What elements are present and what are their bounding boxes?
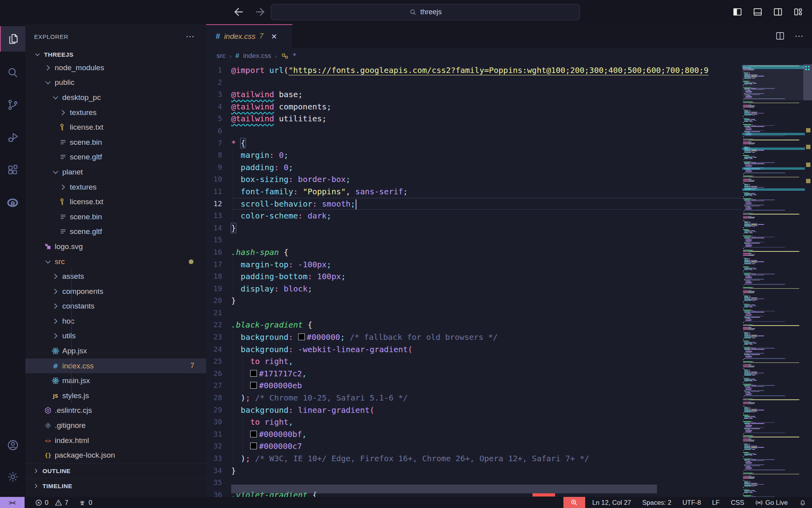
customize-layout-icon[interactable] bbox=[793, 7, 803, 17]
tree-item--gitignore[interactable]: .gitignore bbox=[25, 418, 206, 433]
code-line-32[interactable]: #000000c7 bbox=[231, 440, 742, 452]
tree-item-textures[interactable]: textures bbox=[25, 105, 206, 120]
nav-forward-icon[interactable] bbox=[254, 6, 266, 18]
code-line-28[interactable]: ); /* Chrome 10-25, Safari 5.1-6 */ bbox=[231, 392, 742, 404]
color-swatch[interactable] bbox=[250, 382, 257, 389]
tree-item-app-jsx[interactable]: App.jsx bbox=[25, 343, 206, 358]
toggle-primary-sidebar-icon[interactable] bbox=[732, 7, 743, 17]
code-editor[interactable]: 1234567891011121314151617181920212223242… bbox=[206, 64, 742, 497]
code-line-1[interactable]: @import url("https://fonts.googleapis.co… bbox=[231, 64, 742, 77]
tree-item-assets[interactable]: assets bbox=[25, 269, 206, 284]
code-line-21[interactable] bbox=[231, 307, 742, 319]
code-line-18[interactable]: padding-bottom: 100px; bbox=[231, 270, 742, 283]
tree-item-hoc[interactable]: hoc bbox=[25, 314, 206, 329]
tree-item-styles-js[interactable]: JSstyles.js bbox=[25, 388, 206, 403]
settings-gear-icon[interactable] bbox=[0, 464, 25, 489]
tree-item-license-txt[interactable]: license.txt bbox=[25, 120, 206, 135]
tree-item-scene-bin[interactable]: scene.bin bbox=[25, 135, 206, 150]
tree-item-public[interactable]: public bbox=[25, 75, 206, 90]
zoom-indicator[interactable] bbox=[563, 497, 585, 508]
tree-item-license-txt[interactable]: license.txt bbox=[25, 194, 206, 209]
workspace-header[interactable]: THREEJS bbox=[25, 49, 206, 60]
split-editor-icon[interactable] bbox=[775, 31, 785, 41]
horizontal-scrollbar[interactable] bbox=[231, 485, 657, 493]
tree-item-desktop-pc[interactable]: desktop_pc bbox=[25, 90, 206, 105]
code-line-19[interactable]: display: block; bbox=[231, 283, 742, 295]
go-live-button[interactable]: Go Live bbox=[755, 499, 788, 506]
minimap-slider[interactable] bbox=[742, 64, 812, 100]
color-swatch[interactable] bbox=[250, 370, 257, 377]
vertical-scrollbar[interactable] bbox=[803, 64, 812, 100]
code-line-20[interactable]: } bbox=[231, 295, 742, 307]
command-center-search[interactable]: threejs bbox=[271, 4, 580, 20]
account-icon[interactable] bbox=[0, 432, 25, 458]
editor-more-actions-icon[interactable]: ⋯ bbox=[795, 31, 804, 41]
code-line-14[interactable]: } bbox=[231, 222, 742, 234]
source-control-icon[interactable] bbox=[0, 92, 25, 117]
toggle-secondary-sidebar-icon[interactable] bbox=[773, 7, 783, 17]
problems-status[interactable]: 0 7 bbox=[35, 499, 68, 506]
code-line-2[interactable] bbox=[231, 77, 742, 89]
tree-item-package-lock-json[interactable]: {}package-lock.json bbox=[25, 448, 206, 463]
explorer-files-icon[interactable] bbox=[0, 26, 25, 52]
color-swatch[interactable] bbox=[250, 443, 257, 449]
cursor-position[interactable]: Ln 12, Col 27 bbox=[592, 499, 631, 506]
code-line-24[interactable]: background: -webkit-linear-gradient( bbox=[231, 343, 742, 356]
remote-indicator[interactable]: >< bbox=[0, 497, 25, 508]
search-view-icon[interactable] bbox=[0, 60, 25, 85]
tree-item-main-jsx[interactable]: main.jsx bbox=[25, 373, 206, 388]
nav-back-icon[interactable] bbox=[232, 6, 245, 18]
code-line-31[interactable]: #000000bf, bbox=[231, 428, 742, 441]
tree-item-components[interactable]: components bbox=[25, 284, 206, 299]
code-line-15[interactable] bbox=[231, 234, 742, 246]
code-line-12[interactable]: scroll-behavior: smooth; bbox=[231, 198, 742, 210]
tree-item-scene-gltf[interactable]: scene.gltf bbox=[25, 150, 206, 165]
code-line-27[interactable]: #000000eb bbox=[231, 380, 742, 392]
code-line-7[interactable]: * { bbox=[231, 137, 742, 150]
extensions-icon[interactable] bbox=[0, 157, 25, 182]
timeline-panel-header[interactable]: TIMELINE bbox=[25, 478, 206, 493]
code-line-23[interactable]: background: #000000; /* fallback for old… bbox=[231, 331, 742, 343]
code-line-26[interactable]: #171717c2, bbox=[231, 368, 742, 380]
code-line-4[interactable]: @tailwind components; bbox=[231, 101, 742, 113]
tree-item-scene-gltf[interactable]: scene.gltf bbox=[25, 224, 206, 240]
code-line-29[interactable]: background: linear-gradient( bbox=[231, 404, 742, 416]
code-line-34[interactable]: } bbox=[231, 465, 742, 477]
tree-item-scene-bin[interactable]: scene.bin bbox=[25, 209, 206, 224]
tree-item-planet[interactable]: planet bbox=[25, 165, 206, 180]
code-line-30[interactable]: to right, bbox=[231, 416, 742, 428]
color-swatch[interactable] bbox=[298, 334, 305, 340]
code-line-10[interactable]: box-sizing: border-box; bbox=[231, 173, 742, 186]
code-line-8[interactable]: margin: 0; bbox=[231, 149, 742, 161]
code-line-5[interactable]: @tailwind utilities; bbox=[231, 113, 742, 125]
breadcrumb-folder[interactable]: src bbox=[216, 52, 226, 60]
color-swatch[interactable] bbox=[250, 431, 257, 437]
code-line-6[interactable] bbox=[231, 125, 742, 137]
tab-close-icon[interactable]: × bbox=[271, 32, 277, 41]
toggle-panel-icon[interactable] bbox=[753, 7, 763, 17]
tree-item--eslintrc-cjs[interactable]: .eslintrc.cjs bbox=[25, 403, 206, 418]
outline-panel-header[interactable]: OUTLINE bbox=[25, 463, 206, 478]
tree-item-index-html[interactable]: <>index.html bbox=[25, 433, 206, 448]
code-line-33[interactable]: ); /* W3C, IE 10+/ Edge, Firefox 16+, Ch… bbox=[231, 452, 742, 465]
tab-index-css[interactable]: # index.css 7 × bbox=[206, 24, 293, 48]
tree-item-utils[interactable]: utils bbox=[25, 329, 206, 344]
code-line-3[interactable]: @tailwind base; bbox=[231, 88, 742, 101]
breadcrumb-file[interactable]: index.css bbox=[243, 52, 271, 60]
encoding-status[interactable]: UTF-8 bbox=[682, 499, 701, 506]
explorer-more-actions-icon[interactable]: ⋯ bbox=[186, 31, 195, 42]
minimap[interactable] bbox=[742, 64, 805, 497]
tree-item-textures[interactable]: textures bbox=[25, 180, 206, 195]
tree-item-constants[interactable]: constants bbox=[25, 299, 206, 314]
notifications-bell-icon[interactable] bbox=[799, 499, 806, 506]
code-line-25[interactable]: to right, bbox=[231, 355, 742, 368]
language-mode[interactable]: CSS bbox=[731, 499, 744, 506]
breadcrumb-symbol[interactable]: * bbox=[293, 52, 296, 60]
tree-item-logo-svg[interactable]: logo.svg bbox=[25, 239, 206, 254]
tree-item-node-modules[interactable]: node_modules bbox=[25, 60, 206, 75]
tree-item-src[interactable]: src bbox=[25, 254, 206, 269]
code-line-17[interactable]: margin-top: -100px; bbox=[231, 259, 742, 271]
code-line-9[interactable]: padding: 0; bbox=[231, 161, 742, 174]
code-line-13[interactable]: color-scheme: dark; bbox=[231, 210, 742, 222]
indentation-status[interactable]: Spaces: 2 bbox=[642, 499, 671, 506]
